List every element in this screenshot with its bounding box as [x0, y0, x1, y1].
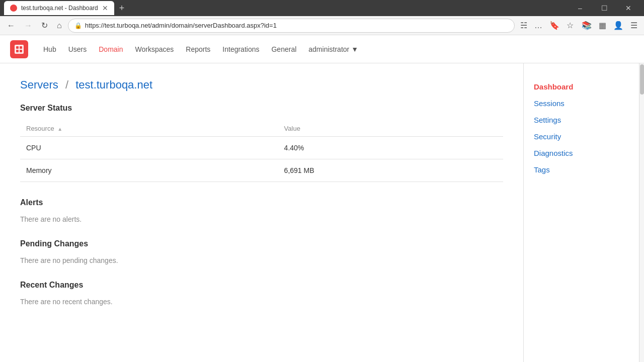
- recent-changes-message: There are no recent changes.: [20, 298, 503, 306]
- sidebar-button[interactable]: ▦: [596, 19, 609, 32]
- maximize-button[interactable]: ☐: [593, 0, 616, 16]
- url-bar[interactable]: 🔒 https://test.turboqa.net/admin/domain/…: [68, 19, 515, 33]
- browser-actions: ☵ … 🔖 ☆: [518, 19, 576, 32]
- nav-users[interactable]: Users: [68, 43, 87, 55]
- logo-icon: [14, 44, 25, 55]
- bookmark-button[interactable]: ☆: [564, 19, 576, 32]
- right-sidebar: Dashboard Sessions Settings Security Dia…: [523, 63, 644, 362]
- alerts-title: Alerts: [20, 198, 503, 207]
- active-tab[interactable]: test.turboqa.net - Dashboard ✕: [4, 1, 114, 15]
- reader-view-button[interactable]: ☵: [518, 19, 530, 32]
- memory-value-cell: 6,691 MB: [278, 159, 503, 182]
- nav-general[interactable]: General: [271, 43, 296, 55]
- pending-changes-title: Pending Changes: [20, 239, 503, 248]
- library-button[interactable]: 📚: [579, 19, 594, 32]
- nav-hub[interactable]: Hub: [43, 43, 56, 55]
- back-button[interactable]: ←: [4, 20, 18, 31]
- resource-column-header[interactable]: Resource ▲: [20, 121, 278, 137]
- server-status-section: Server Status Resource ▲ Value: [20, 104, 503, 182]
- app-nav: Hub Users Domain Workspaces Reports Inte…: [0, 35, 644, 63]
- forward-button[interactable]: →: [21, 20, 35, 31]
- browser-chrome: test.turboqa.net - Dashboard ✕ + – ☐ ✕ ←…: [0, 0, 644, 35]
- address-bar: ← → ↻ ⌂ 🔒 https://test.turboqa.net/admin…: [0, 16, 644, 35]
- home-button[interactable]: ⌂: [54, 20, 65, 31]
- sidebar-item-sessions[interactable]: Sessions: [534, 95, 634, 112]
- nav-domain[interactable]: Domain: [99, 43, 123, 55]
- cpu-value-cell: 4.40%: [278, 137, 503, 159]
- reload-button[interactable]: ↻: [38, 20, 51, 31]
- scroll-thumb[interactable]: [640, 64, 644, 95]
- memory-resource-cell: Memory: [20, 159, 278, 182]
- svg-rect-3: [16, 50, 19, 52]
- alerts-section: Alerts There are no alerts.: [20, 198, 503, 223]
- nav-reports[interactable]: Reports: [186, 43, 210, 55]
- menu-button[interactable]: ☰: [628, 19, 640, 32]
- close-button[interactable]: ✕: [617, 0, 640, 16]
- svg-rect-0: [15, 45, 24, 54]
- sidebar-item-dashboard[interactable]: Dashboard: [534, 78, 634, 95]
- value-column-header: Value: [278, 121, 503, 137]
- browser-extra-actions: 📚 ▦ 👤 ☰: [579, 19, 640, 32]
- scrollbar[interactable]: [639, 63, 644, 362]
- svg-rect-2: [20, 46, 22, 49]
- tab-close-button[interactable]: ✕: [102, 4, 108, 12]
- sidebar-item-tags[interactable]: Tags: [534, 161, 634, 178]
- security-lock-icon: 🔒: [74, 22, 82, 29]
- nav-integrations[interactable]: Integrations: [222, 43, 259, 55]
- url-text: https://test.turboqa.net/admin/domain/se…: [85, 22, 277, 29]
- main-content: Servers / test.turboqa.net Server Status…: [0, 63, 523, 362]
- app-logo[interactable]: [10, 40, 28, 58]
- pending-changes-section: Pending Changes There are no pending cha…: [20, 239, 503, 264]
- window-controls: – ☐ ✕: [569, 0, 640, 16]
- nav-links: Hub Users Domain Workspaces Reports Inte…: [43, 43, 634, 55]
- sidebar-item-settings[interactable]: Settings: [534, 112, 634, 128]
- alerts-message: There are no alerts.: [20, 215, 503, 223]
- sidebar-item-security[interactable]: Security: [534, 128, 634, 145]
- title-bar: test.turboqa.net - Dashboard ✕ + – ☐ ✕: [0, 0, 644, 16]
- nav-workspaces[interactable]: Workspaces: [135, 43, 174, 55]
- breadcrumb-server-name: test.turboqa.net: [75, 78, 152, 91]
- sync-button[interactable]: 👤: [611, 19, 626, 32]
- breadcrumb-servers-link[interactable]: Servers: [20, 78, 58, 91]
- table-row: Memory 6,691 MB: [20, 159, 503, 182]
- new-tab-button[interactable]: +: [117, 3, 127, 14]
- sort-arrow-icon: ▲: [57, 126, 62, 132]
- tab-title: test.turboqa.net - Dashboard: [21, 5, 98, 12]
- server-status-table: Resource ▲ Value CPU 4.40% Memory: [20, 121, 503, 182]
- sidebar-item-diagnostics[interactable]: Diagnostics: [534, 145, 634, 161]
- pocket-button[interactable]: 🔖: [547, 19, 562, 32]
- minimize-button[interactable]: –: [569, 0, 592, 16]
- cpu-resource-cell: CPU: [20, 137, 278, 159]
- server-status-title: Server Status: [20, 104, 503, 113]
- more-tools-button[interactable]: …: [532, 19, 545, 32]
- svg-rect-1: [16, 46, 19, 49]
- recent-changes-title: Recent Changes: [20, 281, 503, 290]
- nav-admin[interactable]: administrator ▼: [308, 45, 358, 53]
- table-row: CPU 4.40%: [20, 137, 503, 159]
- pending-changes-message: There are no pending changes.: [20, 256, 503, 264]
- recent-changes-section: Recent Changes There are no recent chang…: [20, 281, 503, 306]
- breadcrumb: Servers / test.turboqa.net: [20, 78, 503, 92]
- page-layout: Servers / test.turboqa.net Server Status…: [0, 63, 644, 362]
- tab-favicon: [10, 5, 17, 12]
- svg-rect-4: [20, 50, 22, 52]
- breadcrumb-separator: /: [65, 78, 68, 91]
